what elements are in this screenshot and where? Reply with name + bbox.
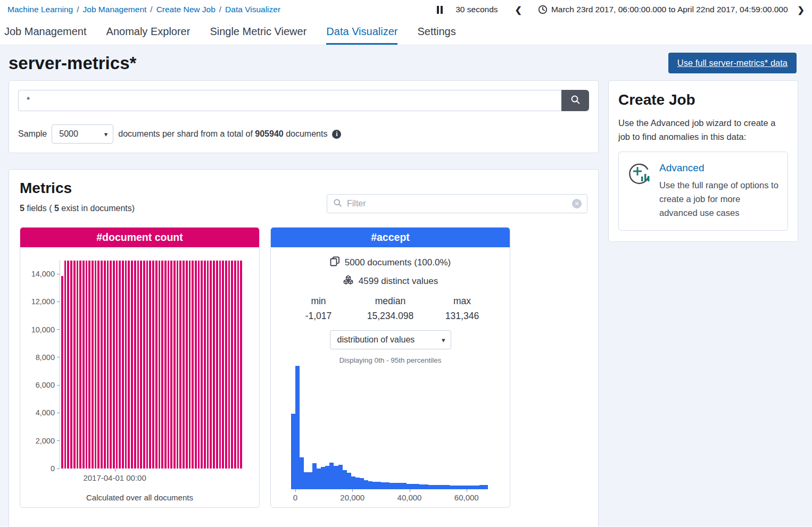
histogram-bar — [334, 466, 338, 489]
filter-field: ✕ — [327, 194, 587, 213]
y-axis-tick-label: 2,000 — [23, 437, 55, 445]
histogram-bar — [355, 478, 360, 489]
bar — [119, 261, 121, 469]
histogram-bar — [402, 483, 407, 489]
histogram-bar — [364, 480, 368, 489]
search-button[interactable] — [561, 90, 589, 111]
histogram-bar — [445, 485, 450, 489]
bar — [183, 261, 185, 469]
clear-filter-icon[interactable]: ✕ — [572, 199, 582, 208]
advanced-link[interactable]: Advanced — [659, 162, 780, 174]
max-value: 131,346 — [426, 311, 498, 322]
bar — [125, 261, 127, 469]
tab-settings[interactable]: Settings — [417, 18, 455, 45]
use-full-data-button[interactable]: Use full server-metrics* data — [668, 53, 797, 73]
chevron-left-icon[interactable]: ❮ — [515, 5, 522, 15]
min-value: -1,017 — [283, 311, 354, 322]
info-icon[interactable]: i — [332, 130, 341, 139]
search-icon — [570, 95, 581, 106]
y-axis-tick — [57, 413, 60, 413]
bar — [149, 261, 151, 469]
breadcrumb: Machine Learning/Job Management/Create N… — [7, 5, 280, 14]
bar — [82, 261, 85, 469]
bar — [207, 261, 209, 469]
create-job-description: Use the Advanced job wizard to create a … — [618, 116, 788, 144]
sample-size-value: 5000 — [59, 129, 78, 139]
y-axis-tick — [57, 274, 60, 274]
bar — [195, 261, 197, 469]
bar — [146, 261, 148, 469]
x-axis-tick — [467, 489, 467, 492]
filter-input[interactable] — [347, 199, 567, 208]
pause-icon[interactable] — [437, 6, 443, 14]
histogram-bar — [428, 485, 433, 489]
bar — [219, 261, 221, 469]
histogram-bar — [329, 463, 334, 489]
filter-search-icon — [333, 198, 342, 210]
tab-job-management[interactable]: Job Management — [4, 18, 87, 45]
y-axis-tick — [57, 385, 60, 386]
page-title: server-metrics* — [9, 53, 136, 73]
y-axis-tick-label: 0 — [23, 464, 55, 473]
search-input[interactable] — [18, 90, 561, 111]
bar — [189, 261, 191, 469]
time-range[interactable]: March 23rd 2017, 06:00:00.000 to April 2… — [551, 5, 788, 14]
y-axis-tick-label: 14,000 — [23, 270, 55, 278]
bar — [173, 261, 176, 469]
y-axis-tick — [57, 440, 60, 441]
min-median-max: min -1,017 median 15,234.098 max 131,346 — [271, 296, 510, 322]
chevron-right-icon[interactable]: ❯ — [798, 5, 805, 15]
bar — [88, 261, 90, 469]
clock-icon — [538, 5, 548, 14]
breadcrumb-link-machine-learning[interactable]: Machine Learning — [7, 5, 73, 14]
bar — [216, 261, 218, 469]
advanced-job-option[interactable]: Advanced Use the full range of options t… — [618, 152, 788, 231]
advanced-job-icon — [627, 161, 651, 220]
tab-data-visualizer[interactable]: Data Visualizer — [326, 18, 397, 45]
histogram-bar — [471, 486, 475, 489]
bar — [225, 261, 227, 469]
bar — [213, 261, 215, 469]
tab-single-metric-viewer[interactable]: Single Metric Viewer — [210, 18, 306, 45]
refresh-interval[interactable]: 30 seconds — [455, 5, 498, 14]
histogram-bar — [385, 482, 390, 489]
sample-size-select[interactable]: 5000 ▾ — [52, 124, 113, 144]
tab-anomaly-explorer[interactable]: Anomaly Explorer — [106, 18, 190, 45]
bar — [77, 261, 79, 469]
bar — [168, 261, 170, 469]
bar — [192, 261, 194, 469]
bar — [143, 261, 145, 469]
bar — [79, 261, 81, 469]
histogram-bar — [308, 472, 312, 489]
breadcrumb-separator: / — [77, 5, 79, 14]
total-documents: 905940 — [255, 129, 283, 138]
sample-suffix: documents per shard from a total of 9059… — [118, 129, 327, 139]
histogram-bar — [437, 485, 441, 489]
bar — [204, 261, 206, 469]
x-axis-tick — [352, 489, 353, 492]
bar — [128, 261, 130, 469]
histogram-bar — [377, 482, 381, 489]
bar — [140, 261, 142, 469]
histogram-bar — [394, 483, 398, 489]
chart-type-select[interactable]: distribution of values ▾ — [330, 330, 451, 349]
bar — [170, 261, 172, 469]
breadcrumb-link-data-visualizer[interactable]: Data Visualizer — [225, 5, 280, 14]
bar — [231, 261, 233, 469]
x-axis-tick — [410, 489, 410, 492]
histogram-bar — [407, 484, 411, 489]
histogram-bar — [441, 485, 445, 489]
bar — [101, 261, 103, 469]
histogram-bar — [411, 484, 415, 489]
bar — [164, 261, 167, 469]
page-head: server-metrics* Use full server-metrics*… — [9, 45, 803, 80]
breadcrumb-link-job-management[interactable]: Job Management — [83, 5, 147, 14]
histogram-bar — [415, 484, 419, 489]
bar — [64, 261, 67, 469]
distinct-values-stat: 4599 distinct values — [271, 275, 510, 288]
histogram-bar — [351, 476, 355, 489]
bar — [97, 261, 100, 469]
breadcrumb-separator: / — [219, 5, 221, 14]
breadcrumb-link-create-new-job[interactable]: Create New Job — [156, 5, 216, 14]
bar — [177, 261, 179, 469]
